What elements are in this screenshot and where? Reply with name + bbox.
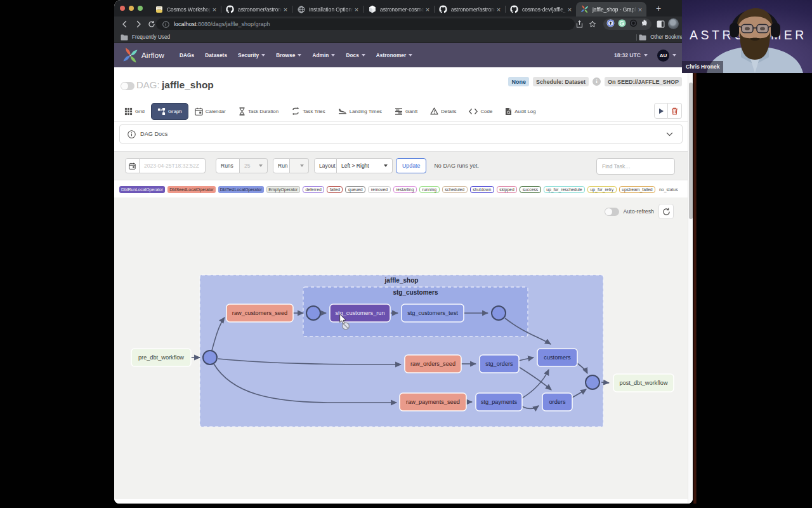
user-avatar[interactable]: AU [657, 50, 669, 62]
tab-graph[interactable]: Graph [151, 103, 188, 120]
nav-item-astronomer[interactable]: Astronomer [376, 53, 412, 58]
nav-item-browse[interactable]: Browse [276, 53, 301, 58]
cluster-label: stg_customers [393, 289, 438, 296]
url-path: :8080/dags/jaffle_shop/graph [197, 21, 270, 27]
task-node-raw_payments_seed[interactable]: raw_payments_seed [400, 393, 466, 411]
grammarly-icon[interactable] [618, 18, 626, 30]
autorefresh-toggle[interactable] [605, 208, 619, 216]
bookmark-star-icon[interactable] [587, 18, 598, 30]
calendar-button[interactable] [125, 158, 140, 173]
extensions-puzzle-icon[interactable] [641, 18, 648, 30]
scrollbar-thumb[interactable] [689, 83, 693, 219]
taskgroup-join-circle[interactable] [203, 351, 217, 364]
nav-item-docs[interactable]: Docs [346, 53, 365, 58]
tab-close-icon[interactable]: × [211, 6, 218, 13]
task-node-orders[interactable]: orders [542, 393, 572, 411]
runs-select[interactable]: 25 [240, 158, 268, 173]
bookmark-frequently-used[interactable]: Frequently Used [121, 34, 170, 41]
tab-task-tries[interactable]: Task Tries [291, 107, 325, 115]
airflow-brand[interactable]: Airflow [122, 48, 164, 64]
taskgroup-join-circle[interactable] [586, 375, 599, 389]
task-node-post_dbt_workflow[interactable]: post_dbt_workflow [613, 374, 674, 392]
find-task-input[interactable]: Find Task… [596, 158, 675, 175]
trigger-dag-button[interactable] [654, 103, 668, 119]
site-info-icon[interactable] [162, 21, 169, 28]
forward-button[interactable] [133, 18, 144, 30]
tab-calendar[interactable]: Calendar [195, 107, 226, 116]
task-node-stg_orders[interactable]: stg_orders [480, 355, 519, 373]
tab-close-icon[interactable]: × [282, 6, 289, 13]
back-button[interactable] [119, 18, 131, 30]
task-node-pre_dbt_workflow[interactable]: pre_dbt_workflow [131, 349, 191, 366]
nav-item-dags[interactable]: DAGs [180, 53, 194, 58]
browser-tab[interactable]: Cosmos Workshop× [150, 2, 221, 17]
browser-tab[interactable]: astronomer/astrono× [221, 2, 292, 17]
refresh-button[interactable] [658, 204, 674, 219]
nav-item-security[interactable]: Security [238, 53, 265, 58]
view-tab-label: Grid [135, 109, 145, 114]
legend-status-badge: running [419, 186, 440, 193]
legend-operator-badge: DbtTestLocalOperator [218, 186, 264, 193]
taskgroup-join-circle[interactable] [492, 306, 506, 320]
tab-list: Cosmos Workshop×astronomer/astrono×Insta… [150, 2, 646, 17]
execution-date-input[interactable]: 2023-04-25T18:32:52Z [140, 158, 206, 173]
update-button[interactable]: Update [396, 158, 426, 173]
legend-status-badge: skipped [497, 186, 517, 193]
browser-tab[interactable]: Installation Options× [292, 2, 363, 17]
tab-close-icon[interactable]: × [566, 6, 573, 13]
side-panel-icon[interactable] [655, 18, 666, 30]
browser-tabstrip: Cosmos Workshop×astronomer/astrono×Insta… [114, 0, 693, 17]
dataset-badge[interactable]: On SEED://JAFFLE_SHOP [605, 77, 682, 86]
runs-label: Runs [216, 158, 240, 173]
nav-item-admin[interactable]: Admin [312, 53, 335, 58]
close-window-button[interactable] [120, 6, 125, 11]
page-scrollbar[interactable] [688, 43, 693, 504]
password-manager-icon[interactable] [606, 18, 615, 30]
dark-extension-icon[interactable] [629, 18, 638, 30]
dag-graph[interactable]: jaffle_shopstg_customerspre_dbt_workflow… [114, 197, 688, 499]
tab-gantt[interactable]: Gantt [395, 108, 417, 115]
doc-favicon [155, 5, 163, 13]
landing-icon [338, 107, 347, 115]
tab-title: astronomer-cosmo [380, 6, 424, 13]
zoom-window-button[interactable] [138, 6, 143, 11]
legend-no-status: no_status [659, 187, 678, 192]
browser-tab[interactable]: astronomer/astrono× [435, 2, 505, 17]
tab-details[interactable]: Details [430, 107, 456, 115]
share-icon[interactable] [573, 18, 585, 30]
dag-pause-toggle[interactable] [121, 82, 134, 90]
nav-item-datasets[interactable]: Datasets [205, 53, 227, 58]
tab-code[interactable]: Code [469, 108, 492, 115]
task-node-raw_orders_seed[interactable]: raw_orders_seed [405, 355, 461, 373]
run-select[interactable] [290, 158, 309, 173]
tab-close-icon[interactable]: × [495, 6, 502, 13]
browser-tab[interactable]: cosmos-dev/jaffle_× [506, 2, 576, 17]
address-bar[interactable]: localhost:8080/dags/jaffle_shop/graph [156, 18, 575, 30]
task-node-customers[interactable]: customers [537, 349, 577, 366]
task-node-stg_payments[interactable]: stg_payments [476, 393, 522, 411]
minimize-window-button[interactable] [129, 6, 134, 11]
tab-close-icon[interactable]: × [424, 6, 431, 13]
airflow-menu: DAGsDatasetsSecurityBrowseAdminDocsAstro… [180, 53, 412, 58]
taskgroup-join-circle[interactable] [306, 306, 320, 320]
browser-tab[interactable]: astronomer-cosmo× [363, 2, 434, 17]
tab-audit-log[interactable]: Audit Log [505, 107, 535, 116]
clock-dropdown[interactable]: 18:32 UTC [614, 52, 641, 58]
layout-select[interactable]: Left > Right [337, 158, 393, 173]
delete-dag-button[interactable] [668, 103, 682, 119]
dag-actions [654, 103, 682, 119]
tab-landing-times[interactable]: Landing Times [338, 107, 382, 115]
bookmark-other-bookmarks[interactable]: Other Bookma [639, 34, 684, 41]
info-icon[interactable]: i [593, 77, 601, 86]
tab-close-icon[interactable]: × [637, 6, 643, 13]
browser-tab[interactable]: jaffle_shop - Graph× [576, 2, 646, 17]
task-node-stg_customers_test[interactable]: stg_customers_test [402, 304, 464, 322]
dag-docs-accordion[interactable]: DAG Docs [119, 124, 683, 144]
tab-task-duration[interactable]: Task Duration [239, 107, 278, 116]
tab-grid[interactable]: Grid [124, 107, 145, 116]
browser-profile-avatar[interactable] [668, 18, 679, 29]
chevron-down-icon [261, 54, 265, 57]
new-tab-button[interactable]: + [653, 3, 664, 15]
task-node-raw_customers_seed[interactable]: raw_customers_seed [226, 304, 293, 322]
tab-close-icon[interactable]: × [353, 6, 360, 13]
